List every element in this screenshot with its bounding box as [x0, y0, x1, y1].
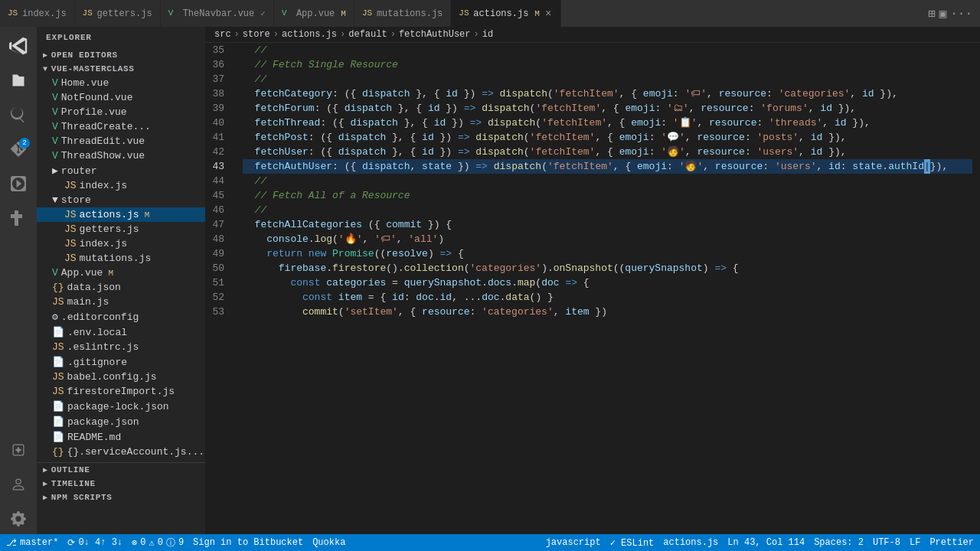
- tree-item-data-json[interactable]: {} data.json: [37, 280, 205, 295]
- tree-item-notfound-vue[interactable]: V NotFound.vue: [37, 90, 205, 105]
- tree-item-threadcreate-vue[interactable]: V ThreadCreate...: [37, 119, 205, 134]
- tree-item-store-index[interactable]: JS index.js: [37, 236, 205, 251]
- tree-item-actions-js[interactable]: JS actions.js M: [37, 207, 205, 222]
- tab-getters-js[interactable]: JS getters.js: [75, 0, 161, 27]
- tree-item-readme[interactable]: 📄 README.md: [37, 429, 205, 445]
- status-eol[interactable]: LF: [910, 537, 920, 548]
- status-prettier[interactable]: Prettier: [929, 537, 974, 548]
- activity-icon-account[interactable]: [3, 469, 34, 500]
- status-errors[interactable]: ⊗ 0 ⚠ 0 ⓘ 9: [132, 536, 184, 549]
- js-icon: JS: [52, 296, 64, 308]
- tree-item-gitignore[interactable]: 📄 .gitignore: [37, 354, 205, 370]
- tab-app-vue[interactable]: V App.vue M: [274, 0, 354, 27]
- activity-icon-vscode: [3, 31, 34, 61]
- tree-item-editorconfig[interactable]: ⚙ .editorconfig: [37, 309, 205, 324]
- more-actions-button[interactable]: ···: [950, 7, 972, 21]
- status-javascript[interactable]: javascript: [546, 537, 601, 548]
- status-encoding[interactable]: UTF-8: [873, 537, 900, 548]
- layout-button[interactable]: ▣: [939, 6, 947, 21]
- file-label: actions.js: [80, 209, 139, 220]
- editor: src › store › actions.js › default › fet…: [205, 27, 980, 534]
- status-sync[interactable]: ⟳ 0↓ 4↑ 3↓: [67, 537, 122, 549]
- tree-item-router-index[interactable]: JS index.js: [37, 178, 205, 193]
- tree-item-package-lock[interactable]: 📄 package-lock.json: [37, 399, 205, 414]
- line-num-52: 52: [205, 290, 230, 305]
- activity-icon-extensions[interactable]: [3, 203, 34, 233]
- status-file[interactable]: actions.js: [663, 537, 718, 548]
- close-tab-button[interactable]: ×: [544, 8, 553, 20]
- tree-item-app-vue[interactable]: V App.vue M: [37, 266, 205, 280]
- activity-icon-git[interactable]: 2: [3, 134, 34, 165]
- split-editor-button[interactable]: ⊞: [928, 6, 936, 21]
- tree-item-package-json[interactable]: 📄 package.json: [37, 414, 205, 429]
- activity-icon-run[interactable]: [3, 168, 34, 199]
- code-line-46: //: [243, 203, 972, 217]
- activity-icon-remote[interactable]: [3, 435, 34, 465]
- breadcrumb-actionsjs[interactable]: actions.js: [282, 29, 337, 40]
- vue-file-icon: V: [168, 8, 179, 19]
- encoding-label: UTF-8: [873, 537, 900, 548]
- open-editors-header[interactable]: ▶ OPEN EDITORS: [37, 48, 205, 62]
- breadcrumb-default[interactable]: default: [348, 29, 387, 40]
- tree-item-env-local[interactable]: 📄 .env.local: [37, 324, 205, 340]
- breadcrumb-fetchauthuser[interactable]: fetchAuthUser: [399, 29, 471, 40]
- tree-item-main-js[interactable]: JS main.js: [37, 295, 205, 309]
- breadcrumb-store[interactable]: store: [243, 29, 270, 40]
- tab-mutations-js[interactable]: JS mutations.js: [354, 0, 451, 27]
- status-quokka[interactable]: Quokka: [312, 537, 345, 548]
- tree-item-firestore-import[interactable]: JS firestoreImport.js: [37, 384, 205, 399]
- code-line-36: // Fetch Single Resource: [243, 57, 972, 72]
- tab-actions-js[interactable]: JS actions.js M ×: [451, 0, 561, 27]
- file-label: README.md: [67, 432, 121, 443]
- line-num-47: 47: [205, 217, 230, 232]
- js-file-icon: JS: [8, 8, 18, 19]
- vue-file-icon: V: [282, 8, 292, 19]
- outline-section[interactable]: ▶ OUTLINE: [37, 463, 205, 477]
- tree-item-babel-config[interactable]: JS babel.config.js: [37, 370, 205, 384]
- code-line-51: const categories = querySnapshot.docs.ma…: [243, 276, 972, 290]
- tree-item-threadedit-vue[interactable]: V ThreadEdit.vue: [37, 134, 205, 148]
- code-line-40: fetchThread: ({ dispatch }, { id }) => d…: [243, 116, 972, 130]
- error-count: 0: [140, 537, 145, 548]
- status-eslint[interactable]: ✓ ESLint: [610, 537, 655, 549]
- code-line-48: console.log('🔥', '🏷', 'all'): [243, 232, 972, 246]
- tree-item-service-account[interactable]: {} {}.serviceAccount.js...: [37, 445, 205, 459]
- tree-item-eslintrc[interactable]: JS .eslintrc.js: [37, 340, 205, 354]
- tree-item-router-folder[interactable]: ▶ router: [37, 163, 205, 178]
- file-label: babel.config.js: [67, 371, 157, 383]
- activity-icon-search[interactable]: [3, 99, 34, 130]
- status-spaces[interactable]: Spaces: 2: [814, 537, 864, 548]
- activity-icon-settings[interactable]: [3, 504, 34, 534]
- status-position[interactable]: Ln 43, Col 114: [727, 537, 805, 548]
- tree-item-home-vue[interactable]: V Home.vue: [37, 76, 205, 90]
- js-icon: JS: [64, 209, 77, 220]
- eol-label: LF: [910, 537, 920, 548]
- js-icon: JS: [64, 180, 77, 191]
- tree-item-mutations-js[interactable]: JS mutations.js: [37, 251, 205, 266]
- code-content[interactable]: // // Fetch Single Resource // fetchCate…: [240, 43, 972, 534]
- vue-icon: V: [52, 92, 58, 103]
- file-label: {}.serviceAccount.js...: [67, 446, 204, 458]
- file-label: Profile.vue: [61, 106, 127, 118]
- status-branch[interactable]: ⎇ master*: [6, 537, 58, 549]
- breadcrumb-id[interactable]: id: [482, 29, 493, 40]
- tab-label: App.vue: [296, 8, 335, 19]
- spaces-label: Spaces: 2: [814, 537, 864, 548]
- code-line-42: fetchUser: ({ dispatch }, { id }) => dis…: [243, 145, 972, 159]
- sidebar-title: EXPLORER: [37, 27, 205, 48]
- tree-item-store-folder[interactable]: ▼ store: [37, 193, 205, 207]
- breadcrumb-sep: ›: [234, 29, 240, 40]
- line-num-45: 45: [205, 188, 230, 203]
- tab-thenavbar-vue[interactable]: V TheNavbar.vue ✓: [161, 0, 274, 27]
- tree-item-getters-js[interactable]: JS getters.js: [37, 222, 205, 236]
- tree-item-profile-vue[interactable]: V Profile.vue: [37, 105, 205, 119]
- activity-icon-explorer[interactable]: [3, 65, 34, 96]
- js-icon: JS: [64, 253, 77, 264]
- project-header[interactable]: ▼ VUE-MASTERCLASS: [37, 62, 205, 76]
- breadcrumb-src[interactable]: src: [214, 29, 231, 40]
- npm-scripts-section[interactable]: ▶ NPM SCRIPTS: [37, 491, 205, 504]
- tree-item-threadshow-vue[interactable]: V ThreadShow.vue: [37, 148, 205, 163]
- timeline-section[interactable]: ▶ TIMELINE: [37, 477, 205, 491]
- status-sign-in[interactable]: Sign in to Bitbucket: [193, 537, 303, 548]
- tab-index-js[interactable]: JS index.js: [0, 0, 75, 27]
